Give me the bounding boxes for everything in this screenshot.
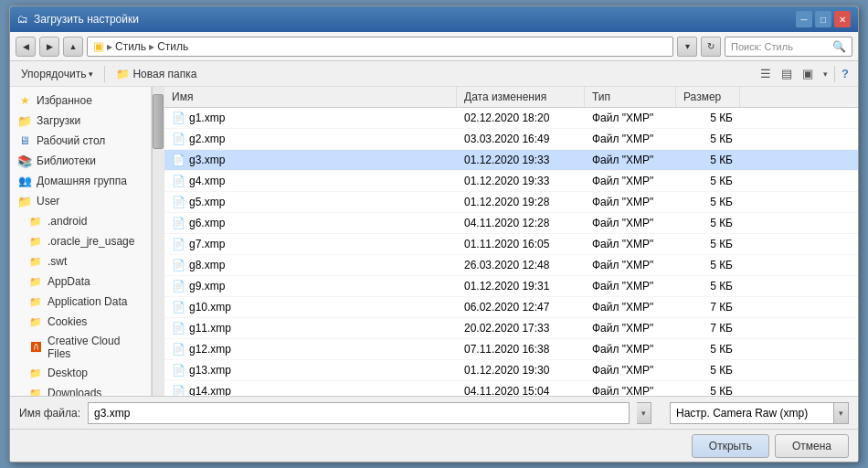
col-header-date[interactable]: Дата изменения xyxy=(457,87,585,107)
sidebar-item-desktop[interactable]: 🖥 Рабочий стол xyxy=(10,131,151,151)
file-cell-name: 📄 g9.xmp xyxy=(164,278,457,294)
file-cell-type: Файл "XMP" xyxy=(585,341,676,357)
address-path[interactable]: ▣ ▸ Стиль ▸ Стиль xyxy=(87,37,673,57)
search-icon[interactable]: 🔍 xyxy=(832,40,846,53)
sidebar-label-creative: Creative Cloud Files xyxy=(48,335,143,360)
view-icons-button[interactable]: ▣ xyxy=(799,65,817,82)
file-row[interactable]: 📄 g11.xmp 20.02.2020 17:33 Файл "XMP" 7 … xyxy=(164,318,858,339)
sidebar-item-appdata[interactable]: 📁 AppData xyxy=(10,271,151,292)
file-cell-type: Файл "XMP" xyxy=(585,173,676,189)
file-icon: 📄 xyxy=(172,364,185,377)
file-row[interactable]: 📄 g5.xmp 01.12.2020 19:28 Файл "XMP" 5 К… xyxy=(164,192,858,213)
filetype-input[interactable] xyxy=(670,402,834,424)
file-cell-date: 02.12.2020 18:20 xyxy=(457,110,585,126)
help-button[interactable]: ? xyxy=(838,65,852,82)
file-list-container: Имя Дата изменения Тип Размер 📄 g1.xmp 0… xyxy=(164,87,858,396)
cookies-icon: 📁 xyxy=(28,314,43,329)
view-list-button[interactable]: ☰ xyxy=(757,65,775,82)
file-cell-type: Файл "XMP" xyxy=(585,383,676,396)
filename-input[interactable] xyxy=(88,402,630,424)
file-cell-name: 📄 g6.xmp xyxy=(164,215,457,231)
sidebar-scrollbar-thumb[interactable] xyxy=(153,94,164,149)
sidebar-item-swt[interactable]: 📁 .swt xyxy=(10,251,151,271)
sidebar-item-oracle[interactable]: 📁 .oracle_jre_usage xyxy=(10,231,151,251)
file-cell-size: 5 КБ xyxy=(676,362,740,378)
toolbar-separator-2 xyxy=(834,66,835,82)
col-header-name[interactable]: Имя xyxy=(164,87,457,107)
file-row[interactable]: 📄 g14.xmp 04.11.2020 15:04 Файл "XMP" 5 … xyxy=(164,381,858,396)
file-cell-date: 06.02.2020 12:47 xyxy=(457,299,585,315)
file-icon: 📄 xyxy=(172,343,185,356)
up-button[interactable]: ▲ xyxy=(63,37,83,57)
file-row[interactable]: 📄 g12.xmp 07.11.2020 16:38 Файл "XMP" 5 … xyxy=(164,339,858,360)
col-header-size[interactable]: Размер xyxy=(676,87,740,107)
file-row[interactable]: 📄 g6.xmp 04.11.2020 12:28 Файл "XMP" 5 К… xyxy=(164,213,858,234)
file-icon: 📄 xyxy=(172,196,185,208)
sidebar-item-creative[interactable]: 🅰 Creative Cloud Files xyxy=(10,332,151,363)
file-row[interactable]: 📄 g1.xmp 02.12.2020 18:20 Файл "XMP" 5 К… xyxy=(164,108,858,129)
sidebar-scrollbar[interactable] xyxy=(152,87,164,396)
file-list[interactable]: 📄 g1.xmp 02.12.2020 18:20 Файл "XMP" 5 К… xyxy=(164,108,858,396)
back-button[interactable]: ◀ xyxy=(16,37,36,57)
filename-label: Имя файла: xyxy=(19,407,80,420)
file-cell-size: 7 КБ xyxy=(676,299,740,315)
sidebar-label-appdata: AppData xyxy=(48,275,90,288)
sidebar-label-homegroup: Домашняя группа xyxy=(37,175,127,187)
path-refresh-button[interactable]: ↻ xyxy=(701,37,721,57)
sidebar-item-libraries[interactable]: 📚 Библиотеки xyxy=(10,151,151,171)
sidebar-item-appdata2[interactable]: 📁 Application Data xyxy=(10,292,151,312)
file-cell-size: 5 КБ xyxy=(676,341,740,357)
path-dropdown-button[interactable]: ▾ xyxy=(677,37,697,57)
sidebar-item-favorites[interactable]: ★ Избранное xyxy=(10,90,151,111)
cancel-button[interactable]: Отмена xyxy=(775,434,849,458)
maximize-button[interactable]: □ xyxy=(815,11,831,27)
sidebar-label-cookies: Cookies xyxy=(48,315,87,328)
sidebar-item-homegroup[interactable]: 👥 Домашняя группа xyxy=(10,171,151,191)
sidebar-item-dl[interactable]: 📁 Downloads xyxy=(10,383,151,396)
file-row[interactable]: 📄 g13.xmp 01.12.2020 19:30 Файл "XMP" 5 … xyxy=(164,360,858,381)
organize-button[interactable]: Упорядочить ▾ xyxy=(16,66,99,82)
search-placeholder: Поиск: Стиль xyxy=(731,41,829,52)
sidebar-item-user[interactable]: 📁 User xyxy=(10,191,151,211)
sidebar-item-android[interactable]: 📁 .android xyxy=(10,211,151,231)
col-header-type[interactable]: Тип xyxy=(585,87,676,107)
forward-button[interactable]: ▶ xyxy=(39,37,59,57)
file-cell-date: 20.02.2020 17:33 xyxy=(457,320,585,336)
desktop2-icon: 📁 xyxy=(28,366,43,380)
sidebar-item-desktop2[interactable]: 📁 Desktop xyxy=(10,363,151,383)
filetype-dropdown[interactable]: ▾ xyxy=(834,402,849,424)
sidebar-item-cookies[interactable]: 📁 Cookies xyxy=(10,312,151,332)
dl-icon: 📁 xyxy=(28,386,43,396)
file-row[interactable]: 📄 g9.xmp 01.12.2020 19:31 Файл "XMP" 5 К… xyxy=(164,276,858,297)
file-cell-name: 📄 g2.xmp xyxy=(164,131,457,147)
file-cell-type: Файл "XMP" xyxy=(585,320,676,336)
file-cell-name: 📄 g14.xmp xyxy=(164,383,457,396)
filename-dropdown[interactable]: ▾ xyxy=(637,402,651,424)
open-button[interactable]: Открыть xyxy=(692,434,769,458)
swt-icon: 📁 xyxy=(28,254,43,269)
filetype-container: ▾ xyxy=(670,402,849,424)
search-box[interactable]: Поиск: Стиль 🔍 xyxy=(725,37,852,57)
sidebar: ★ Избранное 📁 Загрузки 🖥 Рабочий стол 📚 … xyxy=(10,87,152,396)
file-row[interactable]: 📄 g4.xmp 01.12.2020 19:33 Файл "XMP" 5 К… xyxy=(164,171,858,192)
view-details-button[interactable]: ▤ xyxy=(778,65,796,82)
file-row[interactable]: 📄 g7.xmp 01.11.2020 16:05 Файл "XMP" 5 К… xyxy=(164,234,858,255)
dialog-icon: 🗂 xyxy=(17,13,28,26)
close-button[interactable]: ✕ xyxy=(834,11,851,27)
file-cell-name: 📄 g4.xmp xyxy=(164,173,457,189)
minimize-button[interactable]: ─ xyxy=(796,11,812,27)
new-folder-button[interactable]: 📁 Новая папка xyxy=(111,66,202,82)
file-row[interactable]: 📄 g3.xmp 01.12.2020 19:33 Файл "XMP" 5 К… xyxy=(164,150,858,171)
file-row[interactable]: 📄 g2.xmp 03.03.2020 16:49 Файл "XMP" 5 К… xyxy=(164,129,858,150)
dialog-window: 🗂 Загрузить настройки ─ □ ✕ ◀ ▶ ▲ ▣ ▸ Ст… xyxy=(9,5,859,463)
sidebar-item-downloads[interactable]: 📁 Загрузки xyxy=(10,111,151,131)
desktop-icon: 🖥 xyxy=(17,133,32,148)
view-dropdown-button[interactable]: ▾ xyxy=(820,68,831,80)
filename-bar: Имя файла: ▾ ▾ xyxy=(10,396,858,429)
file-icon: 📄 xyxy=(172,112,185,124)
file-row[interactable]: 📄 g10.xmp 06.02.2020 12:47 Файл "XMP" 7 … xyxy=(164,297,858,318)
file-row[interactable]: 📄 g8.xmp 26.03.2020 12:48 Файл "XMP" 5 К… xyxy=(164,255,858,276)
toolbar: Упорядочить ▾ 📁 Новая папка ☰ ▤ ▣ ▾ ? xyxy=(10,61,858,87)
libraries-icon: 📚 xyxy=(17,154,32,168)
appdata-icon: 📁 xyxy=(28,274,43,289)
